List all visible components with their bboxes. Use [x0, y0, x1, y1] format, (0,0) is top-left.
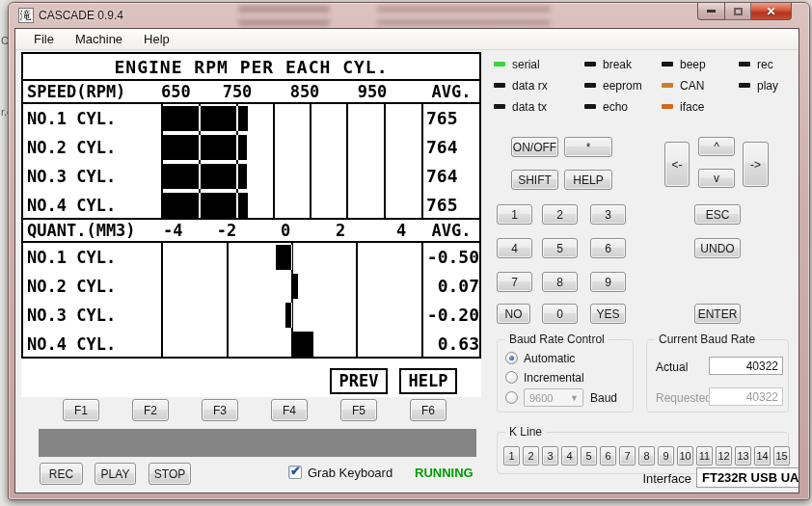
title-bar[interactable]: 滝 CASCADE 0.9.4 ✕: [9, 3, 809, 28]
k-line-11[interactable]: 11: [696, 446, 713, 466]
minimize-button[interactable]: [697, 3, 725, 20]
radio-fixed-baud[interactable]: [505, 391, 518, 404]
k-line-9[interactable]: 9: [658, 446, 674, 466]
fkey-f6[interactable]: F6: [410, 399, 447, 421]
led-label: iface: [680, 100, 704, 114]
minimize-icon: [707, 10, 716, 13]
led-item-play: play: [739, 79, 793, 92]
help-softkey[interactable]: HELP: [399, 368, 457, 394]
k-line-15[interactable]: 15: [773, 446, 790, 466]
quant-bar-chart: NO.1 CYL.NO.2 CYL.NO.3 CYL.NO.4 CYL. -0.…: [21, 241, 481, 359]
interface-label: Interface: [630, 471, 691, 486]
key-8[interactable]: 8: [542, 272, 578, 292]
led-label: break: [603, 58, 632, 71]
fkey-f1[interactable]: F1: [63, 399, 99, 421]
k-line-6[interactable]: 6: [600, 446, 616, 466]
led-label: play: [757, 79, 778, 93]
glass-reflection: [377, 19, 551, 26]
data-rx-led-icon: [494, 83, 505, 88]
play-button[interactable]: PLAY: [95, 463, 136, 485]
key-2[interactable]: 2: [542, 204, 578, 225]
fkey-f5[interactable]: F5: [340, 399, 377, 421]
prev-softkey[interactable]: PREV: [330, 368, 388, 394]
k-line-1[interactable]: 1: [503, 446, 520, 466]
current-baud-rate-legend: Current Baud Rate: [655, 333, 759, 346]
rpm-tick-750: 750: [223, 81, 253, 103]
shift-button[interactable]: SHIFT: [511, 170, 558, 190]
grab-keyboard-label[interactable]: Grab Keyboard: [308, 466, 392, 480]
k-line-7[interactable]: 7: [619, 446, 636, 466]
onoff-button[interactable]: ON/OFF: [511, 137, 558, 157]
key-no[interactable]: NO: [497, 304, 530, 324]
close-button[interactable]: ✕: [751, 3, 792, 20]
star-button[interactable]: *: [564, 137, 612, 157]
key-yes[interactable]: YES: [590, 304, 626, 324]
progress-strip: [39, 429, 476, 457]
radio-automatic[interactable]: [505, 352, 518, 364]
quant-tick--2: -2: [217, 220, 236, 242]
fkey-f3[interactable]: F3: [202, 399, 238, 421]
k-line-2[interactable]: 2: [523, 446, 539, 466]
led-item-beep: beep: [662, 58, 725, 70]
radio-incremental[interactable]: [505, 371, 518, 384]
radio-automatic-label[interactable]: Automatic: [524, 352, 575, 365]
baud-rate-control-legend: Baud Rate Control: [505, 333, 609, 346]
fkey-f4[interactable]: F4: [271, 399, 308, 421]
led-item-data-rx: data rx: [494, 79, 571, 92]
menu-item-file[interactable]: File: [23, 30, 65, 48]
avg-value-2: 0.07: [423, 272, 479, 301]
k-line-12[interactable]: 12: [716, 446, 732, 466]
rpm-bar-3: [163, 164, 247, 189]
quant-axis-label: QUANT.(MM3): [27, 220, 136, 242]
k-line-14[interactable]: 14: [754, 446, 771, 466]
k-line-5[interactable]: 5: [581, 446, 597, 466]
key-9[interactable]: 9: [590, 272, 626, 292]
help-button[interactable]: HELP: [564, 170, 612, 190]
arrow-left-button[interactable]: <-: [664, 142, 690, 187]
led-column-2: breakeepromecho: [584, 58, 648, 113]
undo-button[interactable]: UNDO: [694, 238, 741, 258]
lcd-footer: PREV HELP: [21, 359, 481, 397]
fkey-f2[interactable]: F2: [132, 399, 169, 421]
k-line-10[interactable]: 10: [677, 446, 693, 466]
grab-keyboard-checkbox[interactable]: ✔: [288, 466, 302, 479]
iface-led-icon: [662, 104, 673, 109]
key-0[interactable]: 0: [542, 304, 578, 324]
led-label: serial: [512, 58, 540, 71]
menu-bar: FileMachineHelp: [15, 29, 798, 50]
esc-button[interactable]: ESC: [694, 204, 741, 225]
k-line-13[interactable]: 13: [735, 446, 751, 466]
menu-item-help[interactable]: Help: [133, 30, 180, 48]
maximize-button[interactable]: [725, 3, 751, 20]
radio-incremental-label[interactable]: Incremental: [524, 371, 584, 385]
data-tx-led-icon: [494, 104, 505, 109]
k-line-4[interactable]: 4: [561, 446, 578, 466]
key-6[interactable]: 6: [590, 238, 626, 258]
rec-button[interactable]: REC: [40, 463, 83, 485]
key-1[interactable]: 1: [497, 204, 532, 225]
stop-button[interactable]: STOP: [149, 463, 191, 485]
arrow-right-button[interactable]: ->: [743, 142, 769, 187]
baud-select[interactable]: 9600 ▼: [524, 388, 583, 407]
menu-item-machine[interactable]: Machine: [65, 30, 133, 48]
rpm-tick-850: 850: [290, 81, 320, 103]
key-3[interactable]: 3: [590, 204, 626, 225]
k-line-3[interactable]: 3: [542, 446, 558, 466]
key-5[interactable]: 5: [542, 238, 578, 258]
key-4[interactable]: 4: [497, 238, 532, 258]
key-7[interactable]: 7: [497, 272, 532, 292]
row-label-3: NO.3 CYL.: [23, 301, 161, 330]
led-item-break: break: [584, 58, 648, 70]
enter-button[interactable]: ENTER: [694, 304, 741, 324]
led-item-data-tx: data tx: [494, 100, 571, 113]
arrow-up-button[interactable]: ^: [698, 137, 735, 156]
actual-baud-field[interactable]: 40322: [709, 357, 783, 375]
arrow-down-button[interactable]: v: [698, 169, 735, 188]
row-label-1: NO.1 CYL.: [23, 243, 161, 272]
avg-value-3: -0.20: [423, 301, 479, 330]
quant-tick-2: 2: [336, 220, 345, 242]
k-line-8[interactable]: 8: [638, 446, 655, 466]
quant-axis-header: QUANT.(MM3) AVG. -4-2024: [21, 218, 481, 243]
gridline: [236, 104, 238, 218]
led-column-1: serialdata rxdata tx: [494, 58, 571, 113]
